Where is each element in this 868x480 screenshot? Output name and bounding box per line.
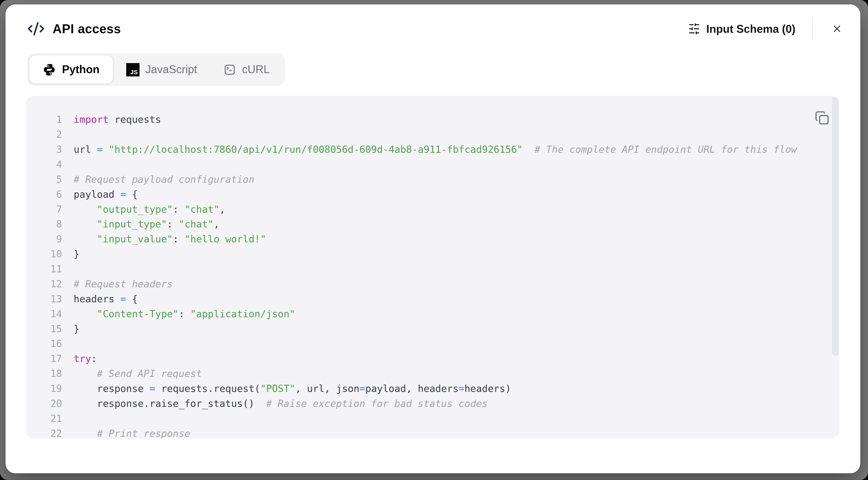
code-line: 22 # Print response <box>26 426 839 438</box>
code-line: 6payload = { <box>26 187 839 202</box>
code-line: 1import requests <box>26 113 839 127</box>
line-number: 17 <box>26 352 62 366</box>
tab-javascript[interactable]: JS JavaScript <box>113 55 211 84</box>
line-number: 6 <box>26 187 62 202</box>
line-content: url = "http://localhost:7860/api/v1/run/… <box>62 142 797 157</box>
line-content: "output_type": "chat", <box>62 202 225 217</box>
line-number: 20 <box>26 396 62 411</box>
input-schema-button[interactable]: Input Schema (0) <box>688 22 796 35</box>
code-line: 11 <box>26 262 839 277</box>
tab-python[interactable]: Python <box>29 55 113 84</box>
code-token: response <box>73 383 149 394</box>
code-token <box>73 219 97 230</box>
code-line: 3url = "http://localhost:7860/api/v1/run… <box>26 142 839 157</box>
code-lines: 1import requests23url = "http://localhos… <box>26 96 839 438</box>
line-content: headers = { <box>62 292 138 307</box>
code-token <box>73 234 97 245</box>
code-line: 20 response.raise_for_status() # Raise e… <box>26 396 839 411</box>
code-line: 7 "output_type": "chat", <box>26 202 839 217</box>
close-button[interactable] <box>829 21 844 36</box>
python-logo-icon <box>42 63 56 76</box>
line-content <box>62 127 74 142</box>
code-line: 13headers = { <box>26 292 839 307</box>
code-token: : <box>167 219 179 230</box>
line-number: 15 <box>26 322 62 337</box>
code-token: "input_value" <box>97 234 173 245</box>
code-token: payload, headers <box>365 383 459 394</box>
code-token: "output_type" <box>97 204 173 215</box>
code-token: } <box>73 249 80 259</box>
api-access-modal: API access Input Schema (0) <box>6 4 860 473</box>
code-token: = <box>120 189 126 200</box>
line-content: # Request payload configuration <box>62 172 254 187</box>
line-number: 12 <box>26 277 62 292</box>
code-token: = <box>120 293 126 305</box>
line-number: 1 <box>26 113 62 127</box>
close-icon <box>832 23 843 34</box>
code-token: "http://localhost:7860/api/v1/run/f00805… <box>109 144 523 155</box>
line-content: } <box>62 322 80 337</box>
code-token: , url, json <box>295 383 360 394</box>
line-content: import requests <box>62 113 161 127</box>
code-token: : <box>91 353 97 364</box>
line-number: 7 <box>26 202 62 217</box>
language-tabs: Python JS JavaScript cURL <box>27 53 285 86</box>
line-number: 2 <box>26 127 62 142</box>
code-line: 21 <box>26 411 839 426</box>
code-token <box>73 428 97 438</box>
code-token: # Raise exception for bad status codes <box>266 398 488 409</box>
code-line: 8 "input_type": "chat", <box>26 217 839 232</box>
copy-button[interactable] <box>814 110 830 126</box>
code-block[interactable]: 1import requests23url = "http://localhos… <box>26 96 839 438</box>
code-line: 16 <box>26 337 839 352</box>
line-content: "input_type": "chat", <box>62 217 220 232</box>
code-token <box>73 204 97 215</box>
code-token: headers) <box>464 383 511 394</box>
line-number: 9 <box>26 232 62 247</box>
js-logo-icon: JS <box>126 63 139 76</box>
line-content: response.raise_for_status() # Raise exce… <box>62 396 488 411</box>
code-token: headers <box>73 293 120 305</box>
line-number: 13 <box>26 292 62 307</box>
code-scrollbar-thumb[interactable] <box>832 96 839 356</box>
line-number: 22 <box>26 426 62 438</box>
code-token: "chat" <box>184 204 219 215</box>
code-token: , <box>214 219 219 230</box>
tab-python-label: Python <box>62 63 100 76</box>
line-content <box>62 337 74 352</box>
tab-javascript-label: JavaScript <box>145 63 197 76</box>
header-divider <box>812 17 813 41</box>
code-token: "POST" <box>260 383 295 394</box>
line-content: try: <box>62 352 97 366</box>
tab-curl-label: cURL <box>242 63 270 76</box>
code-token: payload <box>73 189 120 200</box>
code-token: requests.request( <box>155 383 260 394</box>
line-content: } <box>62 247 80 262</box>
line-content: # Send API request <box>62 366 202 382</box>
app-viewport: API access Input Schema (0) <box>0 0 868 480</box>
line-number: 10 <box>26 247 62 262</box>
code-token: response.raise_for_status() <box>73 398 266 409</box>
line-content: "Content-Type": "application/json" <box>62 307 295 322</box>
code-line: 18 # Send API request <box>26 366 839 382</box>
line-number: 18 <box>26 366 62 382</box>
code-token: , <box>219 204 225 215</box>
code-token: "application/json" <box>190 308 295 319</box>
code-token: "Content-Type" <box>97 308 179 319</box>
code-token: requests <box>109 114 161 125</box>
code-token: # Send API request <box>97 368 202 379</box>
line-number: 21 <box>26 411 62 426</box>
line-content: response = requests.request("POST", url,… <box>62 382 511 396</box>
tab-curl[interactable]: cURL <box>211 55 283 84</box>
code-line: 17try: <box>26 352 839 366</box>
terminal-square-icon <box>224 63 236 75</box>
line-number: 11 <box>26 262 62 277</box>
code-line: 2 <box>26 127 839 142</box>
line-content: "input_value": "hello world!" <box>62 232 266 247</box>
code-line: 15} <box>26 322 839 337</box>
line-content: # Request headers <box>62 277 173 292</box>
code-token <box>523 144 534 155</box>
code-line: 12# Request headers <box>26 277 839 292</box>
line-number: 3 <box>26 142 62 157</box>
code-token: } <box>73 323 80 334</box>
